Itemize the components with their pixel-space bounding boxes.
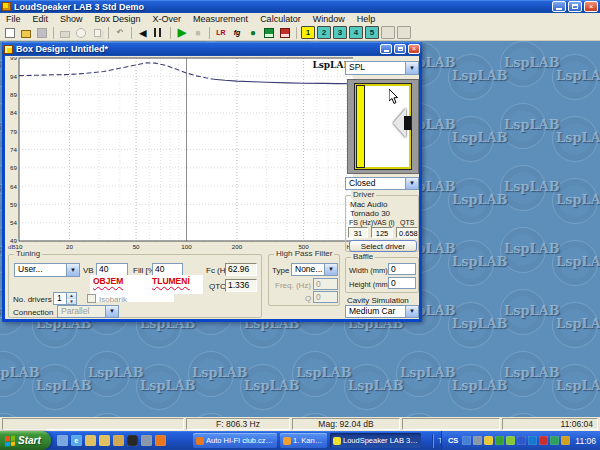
chevron-down-icon[interactable]: ▼	[405, 306, 418, 317]
window-3-button[interactable]: 3	[333, 26, 347, 39]
print-button[interactable]	[58, 26, 72, 39]
baffle-height-input[interactable]: 0	[388, 277, 416, 289]
taskbar: Start e Auto HI-FI club.cz | ...1. Kane …	[0, 431, 600, 450]
vas-value: 125	[371, 227, 393, 238]
save-file-button[interactable]	[35, 26, 49, 39]
tuning-group: Tuning User...▼ VB [l] 40 Fill [%] 40 Fc…	[8, 254, 262, 318]
close-button[interactable]: ×	[584, 1, 598, 12]
mute-output-button[interactable]: ◀	[136, 26, 150, 39]
quicklaunch-winamp-icon[interactable]	[127, 435, 138, 446]
toolbar-separator	[131, 27, 132, 39]
quicklaunch-folder-shortcut-2-icon[interactable]	[99, 435, 110, 446]
chevron-down-icon[interactable]: ▼	[405, 178, 418, 189]
menu-file[interactable]: File	[0, 13, 27, 25]
box-design-title: Box Design: Untitled*	[16, 44, 108, 54]
copy-button[interactable]	[90, 26, 104, 39]
chevron-down-icon[interactable]: ▼	[324, 264, 337, 275]
quicklaunch-show-desktop-icon[interactable]	[57, 435, 68, 446]
menu-x-over[interactable]: X-Over	[147, 13, 188, 25]
lr-display-button[interactable]: LR	[214, 26, 228, 39]
window-7-button[interactable]	[397, 26, 411, 39]
restore-button[interactable]	[568, 1, 582, 12]
child-close-button[interactable]: ×	[408, 44, 420, 54]
tray-bluetooth-icon[interactable]	[528, 436, 537, 445]
undo-button[interactable]: ↶	[113, 26, 127, 39]
cavity-simulation-select[interactable]: Medium Car▼	[345, 305, 419, 318]
stop-measure-button[interactable]: ■	[191, 26, 205, 39]
task-winamp[interactable]: 1. Kane - Rain Down...	[280, 433, 327, 448]
tray-volume-icon[interactable]	[473, 436, 482, 445]
chevron-down-icon[interactable]: ▼	[405, 62, 418, 74]
view-mode-select[interactable]: SPL▼	[345, 61, 419, 75]
start-measure-button[interactable]: ▶	[175, 26, 189, 39]
print-preview-button[interactable]	[74, 26, 88, 39]
open-file-button[interactable]	[19, 26, 33, 39]
language-indicator[interactable]: CS	[448, 436, 458, 445]
baffle-caption: Baffle	[351, 252, 375, 261]
menu-window[interactable]: Window	[307, 13, 351, 25]
tray-messenger-icon[interactable]	[517, 436, 526, 445]
window-6-button[interactable]	[381, 26, 395, 39]
menu-show[interactable]: Show	[54, 13, 89, 25]
tray-app-gold-icon[interactable]	[561, 436, 570, 445]
qtc-readout: 1.336	[225, 279, 257, 292]
quicklaunch-internet-explorer-icon[interactable]: e	[71, 435, 82, 446]
fs-param-label: FS (Hz)	[349, 219, 373, 226]
taskbar-clock[interactable]: 11:06	[575, 436, 596, 446]
tray-security-icon[interactable]	[539, 436, 548, 445]
driver-group: Driver Mac Audio Tornado 30 FS (Hz) VAS …	[345, 195, 419, 252]
minimize-button[interactable]	[552, 1, 566, 12]
chart-red-button[interactable]	[278, 26, 292, 39]
no-drivers-stepper[interactable]: 1 ▲▼	[53, 292, 77, 305]
qts-value: 0.658	[396, 227, 418, 238]
tray-icq-icon[interactable]	[506, 436, 515, 445]
new-file-button[interactable]	[3, 26, 17, 39]
child-maximize-button[interactable]	[394, 44, 406, 54]
quicklaunch-my-documents-icon[interactable]	[113, 435, 124, 446]
chart-green-button[interactable]	[262, 26, 276, 39]
isobarik-checkbox[interactable]	[87, 294, 96, 303]
menu-edit[interactable]: Edit	[27, 13, 55, 25]
quicklaunch-firefox-icon[interactable]	[155, 435, 166, 446]
menu-calculator[interactable]: Calculator	[254, 13, 307, 25]
spl-meter-button[interactable]: ●	[246, 26, 260, 39]
task-loudspeaker-lab[interactable]: LoudSpeaker LAB 3 S...	[330, 433, 421, 448]
tray-antivirus-icon[interactable]	[484, 436, 493, 445]
window-1-button[interactable]: 1	[301, 26, 315, 39]
tray-network-icon[interactable]	[462, 436, 471, 445]
child-minimize-button[interactable]	[380, 44, 392, 54]
tuning-mode-select[interactable]: User...▼	[14, 263, 80, 277]
status-time: 11:06:04	[502, 418, 598, 430]
tray-app-green-icon[interactable]	[550, 436, 559, 445]
quicklaunch-folder-shortcut-1-icon[interactable]	[85, 435, 96, 446]
window-4-button[interactable]: 4	[349, 26, 363, 39]
hpf-freq-input[interactable]: 0	[313, 278, 338, 290]
baffle-width-input[interactable]: 0	[388, 263, 416, 275]
menu-box-design[interactable]: Box Design	[89, 13, 147, 25]
spl-response-chart[interactable]: 9994898479746964595449102050100200500dBH…	[7, 57, 353, 253]
wallpaper-logo-text: LspLAB	[36, 378, 92, 393]
window-2-button[interactable]: 2	[317, 26, 331, 39]
menu-measurement[interactable]: Measurement	[187, 13, 254, 25]
tray-updates-icon[interactable]	[495, 436, 504, 445]
system-tray: CS 11:06	[441, 431, 600, 450]
signal-generator-button[interactable]: fg	[230, 26, 244, 39]
wallpaper-logo-text: LspLAB	[504, 117, 560, 132]
hpf-q-input[interactable]: 0	[313, 291, 338, 303]
start-button[interactable]: Start	[0, 431, 51, 450]
connection-select[interactable]: Parallel▼	[57, 305, 119, 318]
wallpaper-logo-text: LspLAB	[504, 179, 560, 194]
chevron-down-icon[interactable]: ▼	[66, 264, 79, 276]
window-5-button[interactable]: 5	[365, 26, 379, 39]
mixer-button[interactable]	[152, 26, 166, 39]
mouse-cursor	[389, 89, 400, 105]
menu-help[interactable]: Help	[351, 13, 382, 25]
quicklaunch-media-player-icon[interactable]	[141, 435, 152, 446]
select-driver-button[interactable]: Select driver	[349, 240, 417, 252]
box-design-titlebar[interactable]: Box Design: Untitled* ×	[2, 42, 422, 56]
task-firefox[interactable]: Auto HI-FI club.cz | ...	[193, 433, 277, 448]
enclosure-type-select[interactable]: Closed▼	[345, 177, 419, 190]
hpf-type-select[interactable]: None...▼	[291, 263, 338, 276]
wallpaper-logo-text: LspLAB	[192, 365, 248, 380]
wallpaper-logo-text: LspLAB	[452, 192, 508, 207]
